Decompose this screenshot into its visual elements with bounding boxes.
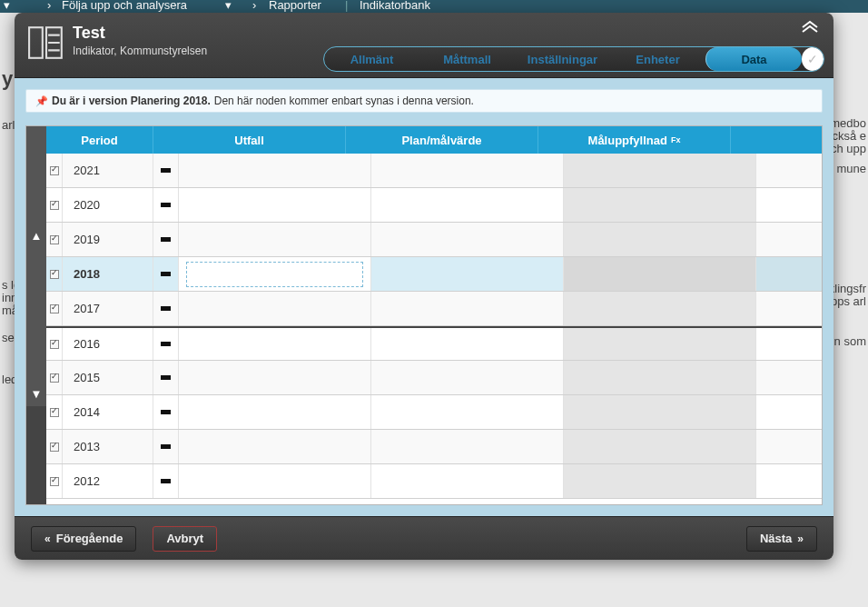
utfall-cell[interactable] bbox=[179, 361, 371, 394]
expand-cell[interactable] bbox=[153, 223, 179, 256]
plan-cell[interactable] bbox=[371, 464, 564, 498]
row-checkbox-cell bbox=[46, 430, 63, 463]
maluppfyllnad-cell bbox=[564, 328, 756, 360]
table-row[interactable]: 2016 bbox=[46, 326, 822, 361]
dialog-body: 📌 Du är i version Planering 2018. Den hä… bbox=[15, 78, 833, 516]
plan-cell[interactable] bbox=[371, 154, 564, 187]
utfall-cell[interactable] bbox=[179, 223, 371, 256]
breadcrumb-item[interactable]: Rapporter bbox=[269, 0, 321, 12]
row-checkbox-cell bbox=[46, 464, 63, 498]
row-checkbox[interactable] bbox=[50, 373, 59, 383]
maluppfyllnad-cell bbox=[564, 154, 756, 187]
next-button[interactable]: Nästa » bbox=[746, 526, 817, 552]
breadcrumb-item[interactable]: Följa upp och analysera bbox=[62, 0, 187, 12]
plan-cell[interactable] bbox=[371, 361, 564, 394]
expand-cell[interactable] bbox=[153, 328, 179, 360]
fx-icon: Fx bbox=[671, 135, 681, 144]
col-maluppfyllnad: Måluppfyllnad Fx bbox=[538, 126, 731, 154]
period-cell: 2018 bbox=[63, 257, 153, 291]
col-period: Period bbox=[46, 126, 153, 154]
plan-cell[interactable] bbox=[371, 395, 564, 429]
collapse-icon bbox=[161, 237, 171, 242]
expand-cell[interactable] bbox=[153, 361, 179, 394]
plan-cell[interactable] bbox=[371, 223, 564, 256]
scroll-up-button[interactable]: ▲ bbox=[26, 223, 46, 248]
row-checkbox[interactable] bbox=[50, 340, 59, 349]
bg-text: mune bbox=[836, 162, 866, 175]
expand-cell[interactable] bbox=[153, 292, 179, 325]
row-checkbox[interactable] bbox=[50, 166, 59, 175]
cancel-label: Avbryt bbox=[166, 532, 203, 545]
cancel-button[interactable]: Avbryt bbox=[153, 526, 217, 552]
utfall-cell[interactable] bbox=[179, 395, 371, 429]
row-checkbox[interactable] bbox=[50, 304, 59, 313]
collapse-icon bbox=[161, 272, 171, 276]
tab-data[interactable]: Data bbox=[705, 47, 802, 71]
table-row[interactable]: 2015 bbox=[46, 361, 822, 395]
row-checkbox-cell bbox=[46, 395, 63, 429]
utfall-cell[interactable] bbox=[179, 328, 371, 360]
scroll-down-button[interactable]: ▼ bbox=[26, 381, 46, 406]
expand-cell[interactable] bbox=[153, 395, 179, 429]
table-row[interactable]: 2019 bbox=[46, 223, 822, 257]
period-cell: 2021 bbox=[63, 154, 153, 187]
utfall-cell[interactable] bbox=[179, 292, 371, 325]
expand-cell[interactable] bbox=[153, 154, 179, 187]
row-checkbox[interactable] bbox=[50, 408, 59, 417]
collapse-icon bbox=[161, 203, 171, 207]
tab-mattmall[interactable]: Måttmall bbox=[419, 53, 515, 66]
row-checkbox[interactable] bbox=[50, 235, 59, 244]
period-cell: 2016 bbox=[63, 328, 153, 360]
utfall-cell[interactable] bbox=[179, 154, 371, 187]
plan-cell[interactable] bbox=[371, 188, 564, 222]
tab-enheter[interactable]: Enheter bbox=[610, 53, 705, 66]
plan-cell[interactable] bbox=[371, 328, 564, 360]
maluppfyllnad-cell bbox=[564, 464, 756, 498]
table-row[interactable]: 2012 bbox=[46, 464, 822, 499]
collapse-icon[interactable] bbox=[801, 20, 819, 35]
breadcrumb-item[interactable]: Indikatorbank bbox=[360, 0, 430, 12]
prev-button[interactable]: « Föregående bbox=[31, 526, 136, 552]
expand-cell[interactable] bbox=[153, 257, 179, 291]
tab-installningar[interactable]: Inställningar bbox=[515, 53, 610, 66]
maluppfyllnad-cell bbox=[564, 257, 756, 291]
plan-cell[interactable] bbox=[371, 430, 564, 463]
table-row[interactable]: 2018 bbox=[46, 257, 822, 292]
scroll-column: ▲ ▼ bbox=[26, 126, 46, 504]
bg-text: ch upp bbox=[831, 142, 866, 155]
expand-cell[interactable] bbox=[153, 188, 179, 222]
maluppfyllnad-cell bbox=[564, 223, 756, 256]
table-row[interactable]: 2021 bbox=[46, 154, 822, 188]
expand-cell[interactable] bbox=[153, 430, 179, 463]
collapse-icon bbox=[161, 410, 171, 414]
plan-cell[interactable] bbox=[371, 257, 564, 291]
tab-allmant[interactable]: Allmänt bbox=[324, 53, 419, 66]
expand-cell[interactable] bbox=[153, 464, 179, 498]
utfall-cell[interactable] bbox=[179, 464, 371, 498]
indicator-icon bbox=[27, 24, 65, 62]
breadcrumb-sep: ▾ bbox=[4, 0, 10, 12]
end-cell bbox=[756, 395, 822, 429]
row-checkbox[interactable] bbox=[50, 201, 59, 210]
row-checkbox-cell bbox=[46, 154, 63, 187]
utfall-input[interactable] bbox=[186, 262, 363, 287]
utfall-cell[interactable] bbox=[179, 430, 371, 463]
dialog-subtitle: Indikator, Kommunstyrelsen bbox=[73, 45, 207, 57]
table-row[interactable]: 2013 bbox=[46, 430, 822, 464]
table-row[interactable]: 2017 bbox=[46, 292, 822, 326]
breadcrumb-sep: ▾ bbox=[225, 0, 232, 12]
row-checkbox[interactable] bbox=[50, 477, 59, 486]
end-cell bbox=[756, 188, 822, 222]
period-cell: 2013 bbox=[63, 430, 153, 463]
row-checkbox[interactable] bbox=[50, 443, 59, 452]
table-row[interactable]: 2014 bbox=[46, 395, 822, 430]
bg-text: arl bbox=[2, 118, 15, 132]
period-cell: 2019 bbox=[63, 223, 153, 256]
utfall-cell[interactable] bbox=[179, 188, 371, 222]
row-checkbox-cell bbox=[46, 188, 63, 222]
tab-end-check-icon: ✓ bbox=[802, 47, 824, 71]
row-checkbox[interactable] bbox=[50, 270, 59, 279]
table-row[interactable]: 2020 bbox=[46, 188, 822, 223]
utfall-cell[interactable] bbox=[179, 257, 371, 291]
plan-cell[interactable] bbox=[371, 292, 564, 325]
